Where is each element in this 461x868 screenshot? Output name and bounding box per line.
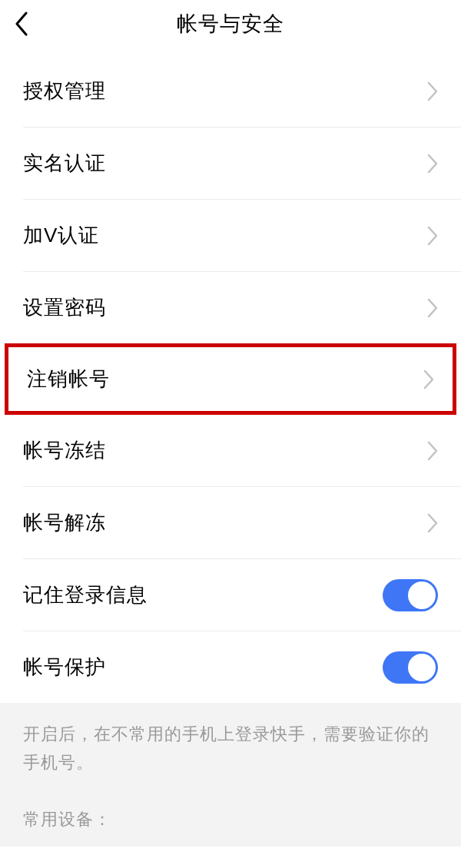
toggle-knob [408,581,436,609]
chevron-right-icon [427,81,438,101]
list-item-label: 帐号保护 [23,654,106,681]
list-item-label: 设置密码 [23,294,106,321]
page-title: 帐号与安全 [15,10,446,38]
list-item-label: 记住登录信息 [23,581,148,608]
chevron-right-icon [427,226,438,246]
protection-hint-text: 开启后，在不常用的手机上登录快手，需要验证你的手机号。 [23,720,438,777]
list-item-cancel-account[interactable]: 注销帐号 [8,347,453,411]
list-item-real-name-auth[interactable]: 实名认证 [0,128,461,199]
page-header: 帐号与安全 [0,0,461,48]
list-item-label: 实名认证 [23,150,106,177]
chevron-right-icon [427,154,438,174]
settings-list: 授权管理 实名认证 加V认证 设置密码 注销帐号 帐号冻结 帐号解冻 记住登录信… [0,55,461,703]
list-item-v-certify[interactable]: 加V认证 [0,200,461,271]
list-item-unfreeze-account[interactable]: 帐号解冻 [0,487,461,558]
toggle-account-protection[interactable] [383,651,438,684]
chevron-right-icon [427,441,438,461]
list-item-set-password[interactable]: 设置密码 [0,272,461,343]
list-item-label: 加V认证 [23,222,99,249]
chevron-right-icon [423,369,434,389]
list-item-label: 授权管理 [23,78,106,104]
list-item-label: 注销帐号 [27,366,110,393]
highlight-annotation: 注销帐号 [5,343,456,415]
devices-label: 常用设备： [23,808,438,831]
list-item-freeze-account[interactable]: 帐号冻结 [0,415,461,486]
device-list: OPPO(PACM00) [0,846,461,868]
chevron-right-icon [427,513,438,533]
list-item-account-protection: 帐号保护 [0,631,461,703]
chevron-left-icon [14,12,28,36]
list-item-label: 帐号解冻 [23,509,106,536]
back-button[interactable] [14,12,28,36]
toggle-knob [408,654,436,681]
list-item-remember-login: 记住登录信息 [0,559,461,631]
footer-section: 开启后，在不常用的手机上登录快手，需要验证你的手机号。 常用设备： [0,703,461,846]
list-item-label: 帐号冻结 [23,437,106,464]
list-item-auth-management[interactable]: 授权管理 [0,55,461,127]
chevron-right-icon [427,298,438,318]
toggle-remember-login[interactable] [383,579,438,611]
